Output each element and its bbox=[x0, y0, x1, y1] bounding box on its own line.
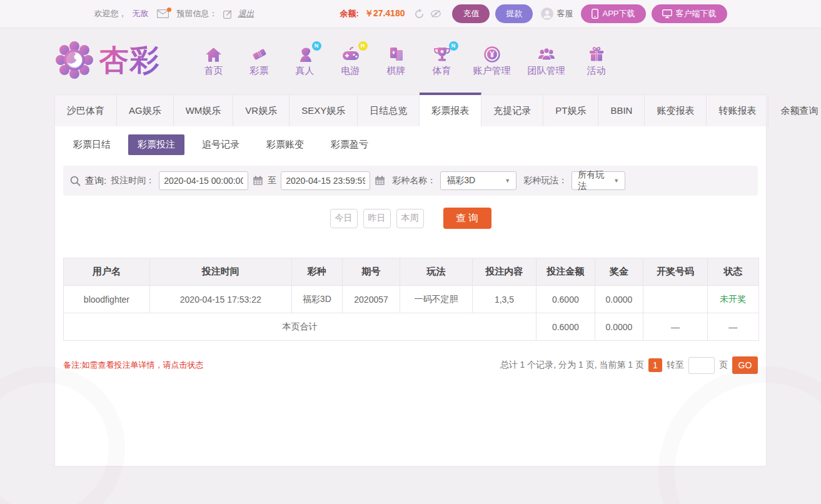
col-lottery: 彩种 bbox=[291, 258, 342, 286]
nav-item-account[interactable]: 账户管理 bbox=[473, 44, 511, 77]
nav-label: 真人 bbox=[296, 65, 315, 77]
yesterday-button[interactable]: 昨日 bbox=[363, 209, 391, 228]
col-status: 状态 bbox=[707, 258, 758, 286]
gift-icon bbox=[588, 46, 605, 63]
tab-bbin[interactable]: BBIN bbox=[598, 95, 645, 126]
refresh-balance-icon[interactable] bbox=[414, 9, 425, 19]
query-button[interactable]: 查 询 bbox=[443, 208, 491, 229]
goto-label: 转至 bbox=[667, 360, 684, 371]
tab-wm[interactable]: WM娱乐 bbox=[174, 95, 234, 126]
cell-lottery: 福彩3D bbox=[291, 286, 342, 313]
ticket-icon bbox=[251, 46, 268, 63]
live-dealer-icon bbox=[296, 46, 314, 63]
nav-label: 账户管理 bbox=[473, 65, 511, 77]
top-bar: 欢迎您， 无敌 预留信息： 退出 余额: ￥27.4180 充值 提款 bbox=[0, 0, 821, 28]
nav-label: 活动 bbox=[587, 65, 606, 77]
nav-label: 团队管理 bbox=[528, 65, 565, 77]
current-page-badge[interactable]: 1 bbox=[648, 358, 662, 372]
today-button[interactable]: 今日 bbox=[330, 209, 358, 228]
hide-balance-icon[interactable] bbox=[430, 9, 441, 18]
lottery-name-label: 彩种名称： bbox=[392, 175, 436, 186]
query-label: 查询: bbox=[85, 175, 106, 187]
tab-pt[interactable]: PT娱乐 bbox=[543, 95, 598, 126]
search-filter-bar: 查询: 投注时间： 至 彩种名称： 福彩3D ▼ 彩种玩法： 所有玩法 ▼ bbox=[63, 166, 758, 196]
team-icon bbox=[537, 46, 556, 63]
cell-status[interactable]: 未开奖 bbox=[707, 286, 758, 313]
deposit-button[interactable]: 充值 bbox=[452, 4, 490, 23]
tab-shaba-sports[interactable]: 沙巴体育 bbox=[55, 95, 117, 126]
nav-item-home[interactable]: 首页 bbox=[199, 44, 228, 77]
nav-badge-n: N bbox=[449, 41, 458, 51]
withdraw-button[interactable]: 提款 bbox=[495, 4, 533, 23]
tab-account-change-report[interactable]: 账变报表 bbox=[645, 95, 707, 126]
nav-label: 棋牌 bbox=[387, 65, 406, 77]
nav-item-sports[interactable]: N 体育 bbox=[428, 44, 456, 77]
cell-username: bloodfighter bbox=[64, 286, 150, 313]
nav-item-team[interactable]: 团队管理 bbox=[528, 44, 565, 77]
play-type-label: 彩种玩法： bbox=[523, 175, 567, 186]
nav-item-cards[interactable]: 棋牌 bbox=[382, 44, 411, 77]
tab-transfer-report[interactable]: 转账报表 bbox=[707, 95, 768, 126]
col-play-type: 玩法 bbox=[400, 258, 473, 286]
cell-bet-time: 2020-04-15 17:53:22 bbox=[149, 286, 291, 313]
col-draw-number: 开奖号码 bbox=[643, 258, 707, 286]
col-bet-amount: 投注金额 bbox=[536, 258, 595, 286]
go-button[interactable]: GO bbox=[732, 356, 758, 374]
mail-icon[interactable] bbox=[157, 9, 169, 18]
chevron-down-icon: ▼ bbox=[613, 178, 619, 184]
nav-badge-h: H bbox=[358, 41, 368, 51]
tab-lottery-report[interactable]: 彩票报表 bbox=[420, 93, 481, 126]
subtab-chase-records[interactable]: 追号记录 bbox=[193, 134, 249, 155]
bet-time-from-input[interactable] bbox=[159, 171, 248, 190]
tab-deposit-withdraw-records[interactable]: 充提记录 bbox=[481, 95, 543, 126]
app-download-label: APP下载 bbox=[602, 8, 635, 19]
reserved-info-label: 预留信息： bbox=[177, 8, 218, 19]
tab-ag[interactable]: AG娱乐 bbox=[117, 95, 174, 126]
page-unit-label: 页 bbox=[719, 360, 728, 371]
customer-service-button[interactable]: 客服 bbox=[541, 8, 573, 20]
goto-page-input[interactable] bbox=[688, 357, 715, 374]
cell-issue: 2020057 bbox=[342, 286, 400, 313]
client-download-button[interactable]: 客户端下载 bbox=[652, 4, 727, 23]
subtab-lottery-bets[interactable]: 彩票投注 bbox=[128, 134, 184, 155]
nav-label: 彩票 bbox=[250, 65, 269, 77]
tab-sexy[interactable]: SEXY娱乐 bbox=[290, 95, 358, 126]
balance-value: ￥27.4180 bbox=[365, 8, 405, 19]
this-week-button[interactable]: 本周 bbox=[396, 209, 424, 228]
nav-item-lottery[interactable]: 彩票 bbox=[245, 44, 274, 77]
subtab-lottery-daily[interactable]: 彩票日结 bbox=[64, 134, 120, 155]
play-type-select[interactable]: 所有玩法 ▼ bbox=[572, 171, 625, 190]
col-bet-time: 投注时间 bbox=[149, 258, 291, 286]
total-status: — bbox=[707, 313, 758, 341]
customer-service-icon bbox=[541, 8, 553, 20]
total-draw-number: — bbox=[643, 313, 707, 341]
col-issue: 期号 bbox=[342, 258, 400, 286]
edit-icon[interactable] bbox=[223, 9, 233, 19]
subtab-lottery-profit-loss[interactable]: 彩票盈亏 bbox=[321, 134, 378, 155]
site-logo[interactable]: 杏彩 bbox=[54, 40, 161, 80]
logout-link[interactable]: 退出 bbox=[238, 8, 254, 19]
nav-item-live[interactable]: N 真人 bbox=[291, 44, 320, 77]
welcome-text: 欢迎您， bbox=[94, 8, 127, 19]
total-bet-amount: 0.6000 bbox=[536, 313, 595, 341]
client-download-label: 客户端下载 bbox=[676, 8, 717, 19]
nav-badge-n: N bbox=[312, 41, 321, 51]
tab-vr[interactable]: VR娱乐 bbox=[233, 95, 290, 126]
cell-bet-amount: 0.6000 bbox=[536, 286, 595, 313]
calendar-icon[interactable] bbox=[253, 176, 263, 186]
bet-time-to-input[interactable] bbox=[281, 171, 370, 190]
cell-prize: 0.0000 bbox=[595, 286, 643, 313]
cell-play-type: 一码不定胆 bbox=[400, 286, 473, 313]
nav-item-activity[interactable]: 活动 bbox=[582, 44, 611, 77]
lottery-name-select[interactable]: 福彩3D ▼ bbox=[440, 171, 516, 190]
sub-tab-bar: 彩票日结 彩票投注 追号记录 彩票账变 彩票盈亏 bbox=[55, 126, 766, 163]
subtab-lottery-account-change[interactable]: 彩票账变 bbox=[257, 134, 313, 155]
tab-balance-inquiry[interactable]: 余额查询 bbox=[768, 95, 821, 126]
table-footer: 备注:如需查看投注单详情，请点击状态 总计 1 个记录, 分为 1 页, 当前第… bbox=[63, 356, 758, 374]
tab-daily-summary[interactable]: 日结总览 bbox=[358, 95, 420, 126]
app-download-button[interactable]: APP下载 bbox=[581, 4, 645, 23]
pagination-summary: 总计 1 个记录, 分为 1 页, 当前第 1 页 bbox=[500, 360, 644, 371]
nav-item-esports[interactable]: H 电游 bbox=[336, 44, 365, 77]
calendar-icon[interactable] bbox=[375, 176, 385, 186]
customer-service-label: 客服 bbox=[557, 8, 573, 19]
